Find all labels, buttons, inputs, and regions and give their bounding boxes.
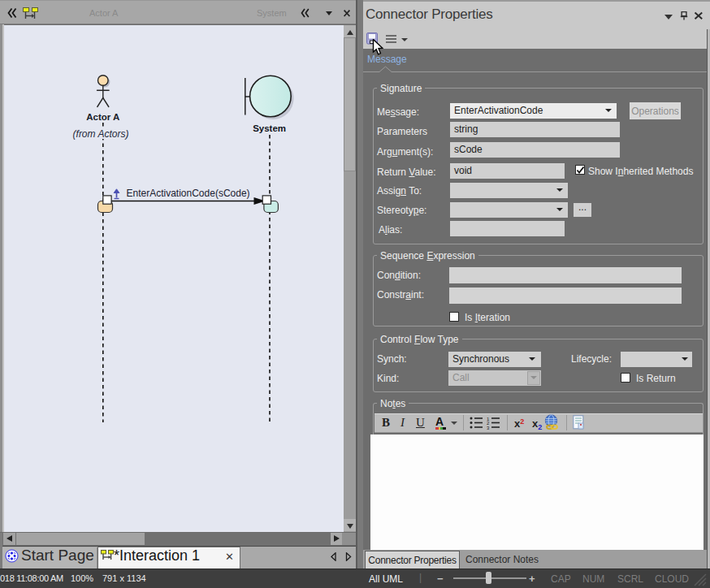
svg-text:Actor A: Actor A — [86, 112, 119, 122]
svg-text:3: 3 — [487, 426, 490, 430]
svg-text:(from Actors): (from Actors) — [73, 128, 129, 140]
svg-text:System: System — [253, 123, 286, 133]
svg-text:EnterActivationCode(sCode): EnterActivationCode(sCode) — [127, 188, 250, 199]
